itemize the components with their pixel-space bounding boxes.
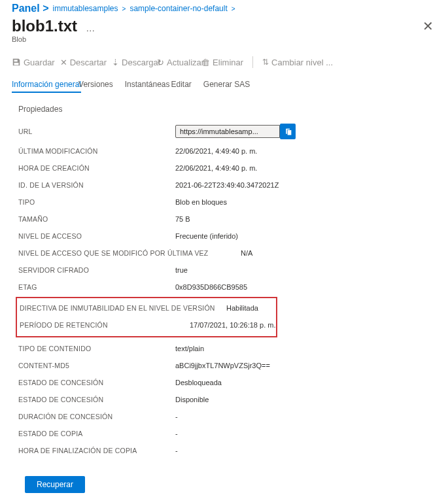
prop-label: TIPO — [18, 198, 175, 206]
prop-value: 17/07/2021, 10:26:18 p. m. — [171, 321, 276, 329]
recover-button[interactable]: Recuperar — [25, 476, 85, 493]
prop-label: TAMAÑO — [18, 215, 175, 223]
prop-label: ETAG — [18, 283, 175, 291]
prop-lease-state: ESTADO DE CONCESIÓN Disponible — [18, 391, 436, 408]
tab-snapshots[interactable]: Instantáneas — [125, 77, 170, 93]
prop-label: NIVEL DE ACCESO — [18, 232, 175, 240]
prop-type: TIPO Blob en bloques — [18, 194, 436, 211]
prop-label: CONTENT-MD5 — [18, 362, 175, 369]
more-icon[interactable]: … — [79, 23, 96, 33]
prop-url: URL https://immutablesamp... — [18, 120, 436, 143]
prop-retention: PERÍODO DE RETENCIÓN 17/07/2021, 10:26:1… — [17, 316, 276, 333]
prop-label: ESTADO DE CONCESIÓN — [18, 379, 175, 386]
prop-value: Frecuente (inferido) — [175, 232, 238, 240]
prop-lastmod: ÚLTIMA MODIFICACIÓN 22/06/2021, 4:49:40 … — [18, 143, 436, 160]
divider — [252, 56, 253, 68]
prop-encrypted: SERVIDOR CIFRADO true — [18, 262, 436, 279]
prop-contenttype: TIPO DE CONTENIDO text/plain — [18, 340, 436, 357]
prop-value: - — [175, 413, 178, 420]
prop-value: aBCi9jjbxTL7NWpVZSjr3Q== — [175, 362, 270, 369]
page-title: blob1.txt — [12, 17, 77, 35]
tab-versions[interactable]: Versiones — [78, 77, 113, 93]
prop-tiermod: NIVEL DE ACCESO QUE SE MODIFICÓ POR ÚLTI… — [18, 245, 436, 262]
download-button[interactable]: ⇣ Descargar — [112, 58, 161, 67]
prop-label: TIPO DE CONTENIDO — [18, 345, 175, 352]
prop-label: ID. DE LA VERSIÓN — [18, 181, 175, 189]
tier-icon: ⇅ — [262, 58, 269, 67]
delete-icon: 🗑 — [201, 58, 210, 67]
prop-value: 22/06/2021, 4:49:40 p. m. — [175, 147, 257, 155]
save-icon — [12, 58, 21, 67]
download-icon: ⇣ — [112, 58, 119, 67]
refresh-button[interactable]: ↻ Actualizar — [157, 58, 204, 67]
prop-size: TAMAÑO 75 B — [18, 211, 436, 228]
prop-value: Desbloqueada — [175, 379, 222, 386]
prop-value: 75 B — [175, 215, 190, 223]
prop-immutability: DIRECTIVA DE INMUTABILIDAD EN EL NIVEL D… — [17, 299, 276, 316]
prop-copy-status: ESTADO DE COPIA - — [18, 425, 436, 442]
prop-label: ESTADO DE COPIA — [18, 430, 175, 437]
prop-lease-status: ESTADO DE CONCESIÓN Desbloqueada — [18, 374, 436, 391]
tabs: Información general Versiones Instantáne… — [0, 77, 448, 93]
prop-created: HORA DE CREACIÓN 22/06/2021, 4:49:40 p. … — [18, 160, 436, 177]
prop-lease-duration: DURACIÓN DE CONCESIÓN - — [18, 408, 436, 425]
prop-tier: NIVEL DE ACCESO Frecuente (inferido) — [18, 228, 436, 245]
prop-value: Disponible — [175, 396, 209, 403]
discard-icon: ✕ — [60, 58, 67, 67]
prop-label: URL — [18, 128, 175, 135]
breadcrumb: Panel > immutablesamples > sample-contai… — [0, 0, 448, 14]
prop-value: true — [175, 266, 188, 274]
prop-value: 22/06/2021, 4:49:40 p. m. — [175, 164, 257, 172]
prop-label: HORA DE FINALIZACIÓN DE COPIA — [18, 447, 175, 454]
page-subtitle: Blob — [0, 35, 448, 50]
prop-value: 0x8D935D866CB9585 — [175, 283, 247, 291]
toolbar: Guardar ✕ Descartar ⇣ Descargar ↻ Actual… — [0, 50, 448, 77]
prop-copy-completion: HORA DE FINALIZACIÓN DE COPIA - — [18, 442, 436, 459]
prop-label: HORA DE CREACIÓN — [18, 164, 175, 172]
prop-value: Habilitada — [226, 304, 258, 312]
tab-overview[interactable]: Información general — [12, 77, 81, 93]
prop-value: - — [175, 430, 178, 437]
url-field[interactable]: https://immutablesamp... — [175, 125, 280, 138]
prop-label: SERVIDOR CIFRADO — [18, 266, 175, 274]
copy-icon — [284, 128, 292, 136]
breadcrumb-item-1[interactable]: sample-container-no-default — [129, 4, 227, 13]
delete-button[interactable]: 🗑 Eliminar — [201, 58, 243, 67]
prop-versionid: ID. DE LA VERSIÓN 2021-06-22T23:49:40.34… — [18, 177, 436, 194]
section-title: Propiedades — [0, 93, 448, 120]
tab-sas[interactable]: Generar SAS — [203, 77, 250, 93]
prop-label: DIRECTIVA DE INMUTABILIDAD EN EL NIVEL D… — [17, 304, 226, 312]
prop-value: text/plain — [175, 345, 204, 352]
save-button[interactable]: Guardar — [12, 58, 55, 67]
highlighted-props: DIRECTIVA DE INMUTABILIDAD EN EL NIVEL D… — [16, 297, 277, 337]
discard-button[interactable]: ✕ Descartar — [60, 58, 107, 67]
properties-list: URL https://immutablesamp... ÚLTIMA MODI… — [0, 120, 448, 468]
prop-label: DURACIÓN DE CONCESIÓN — [18, 413, 175, 420]
prop-etag: ETAG 0x8D935D866CB9585 — [18, 279, 436, 296]
prop-value: - — [175, 447, 178, 454]
prop-label: ESTADO DE CONCESIÓN — [18, 396, 175, 403]
chevron-right-icon: > — [232, 5, 235, 12]
chevron-right-icon: > — [122, 5, 126, 12]
refresh-icon: ↻ — [157, 58, 164, 67]
prop-label: ÚLTIMA MODIFICACIÓN — [18, 147, 175, 155]
prop-label: PERÍODO DE RETENCIÓN — [17, 321, 171, 329]
copy-button[interactable] — [280, 124, 296, 139]
breadcrumb-item-0[interactable]: immutablesamples — [52, 4, 118, 13]
close-icon[interactable]: ✕ — [422, 18, 434, 34]
breadcrumb-panel[interactable]: Panel — [12, 3, 40, 14]
prop-value: N/A — [241, 249, 252, 257]
tab-edit[interactable]: Editar — [171, 77, 191, 93]
prop-label: NIVEL DE ACCESO QUE SE MODIFICÓ POR ÚLTI… — [18, 249, 241, 257]
prop-md5: CONTENT-MD5 aBCi9jjbxTL7NWpVZSjr3Q== — [18, 357, 436, 374]
change-tier-button[interactable]: ⇅ Cambiar nivel ... — [262, 58, 333, 67]
prop-value: 2021-06-22T23:49:40.3472021Z — [175, 181, 279, 189]
prop-value: Blob en bloques — [175, 198, 227, 206]
